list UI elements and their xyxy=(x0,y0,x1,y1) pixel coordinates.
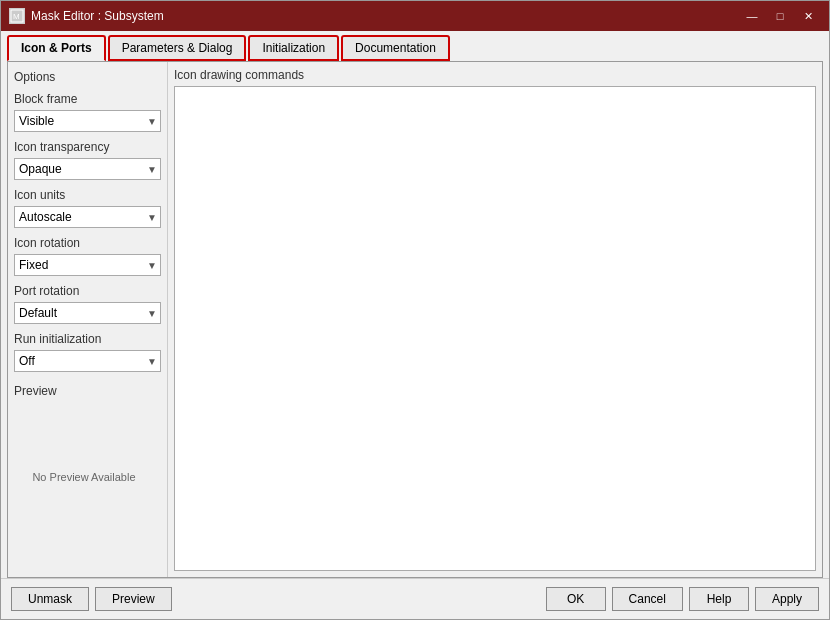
no-preview-text: No Preview Available xyxy=(32,471,135,483)
cancel-button[interactable]: Cancel xyxy=(612,587,683,611)
right-panel: Icon drawing commands xyxy=(168,62,822,577)
title-bar-left: M Mask Editor : Subsystem xyxy=(9,8,164,24)
tab-bar: Icon & Ports Parameters & Dialog Initial… xyxy=(1,31,829,61)
main-content: Options Block frame Visible Invisible ▼ … xyxy=(7,61,823,578)
preview-label: Preview xyxy=(14,384,161,398)
apply-button[interactable]: Apply xyxy=(755,587,819,611)
close-button[interactable]: ✕ xyxy=(795,6,821,26)
port-rotation-label: Port rotation xyxy=(14,284,161,298)
preview-area: No Preview Available xyxy=(14,402,154,552)
run-initialization-dropdown[interactable]: Off On xyxy=(14,350,161,372)
tab-documentation[interactable]: Documentation xyxy=(341,35,450,61)
unmask-button[interactable]: Unmask xyxy=(11,587,89,611)
ok-button[interactable]: OK xyxy=(546,587,606,611)
preview-button[interactable]: Preview xyxy=(95,587,172,611)
title-bar: M Mask Editor : Subsystem — □ ✕ xyxy=(1,1,829,31)
svg-text:M: M xyxy=(13,12,20,21)
run-initialization-container: Off On ▼ xyxy=(14,350,161,372)
port-rotation-container: Default Clockwise ▼ xyxy=(14,302,161,324)
icon-units-container: Autoscale Normalized Pixels ▼ xyxy=(14,206,161,228)
icon-transparency-dropdown[interactable]: Opaque Transparent xyxy=(14,158,161,180)
block-frame-container: Visible Invisible ▼ xyxy=(14,110,161,132)
drawing-commands-label: Icon drawing commands xyxy=(174,68,816,82)
icon-transparency-label: Icon transparency xyxy=(14,140,161,154)
block-frame-label: Block frame xyxy=(14,92,161,106)
icon-units-label: Icon units xyxy=(14,188,161,202)
icon-transparency-container: Opaque Transparent ▼ xyxy=(14,158,161,180)
bottom-left-buttons: Unmask Preview xyxy=(11,587,172,611)
options-label: Options xyxy=(14,70,161,84)
icon-units-dropdown[interactable]: Autoscale Normalized Pixels xyxy=(14,206,161,228)
title-controls: — □ ✕ xyxy=(739,6,821,26)
run-initialization-label: Run initialization xyxy=(14,332,161,346)
tab-initialization[interactable]: Initialization xyxy=(248,35,339,61)
block-frame-dropdown[interactable]: Visible Invisible xyxy=(14,110,161,132)
port-rotation-dropdown[interactable]: Default Clockwise xyxy=(14,302,161,324)
left-panel: Options Block frame Visible Invisible ▼ … xyxy=(8,62,168,577)
icon-rotation-container: Fixed Rotates ▼ xyxy=(14,254,161,276)
window: M Mask Editor : Subsystem — □ ✕ Icon & P… xyxy=(0,0,830,620)
bottom-bar: Unmask Preview OK Cancel Help Apply xyxy=(1,578,829,619)
window-title: Mask Editor : Subsystem xyxy=(31,9,164,23)
drawing-area[interactable] xyxy=(174,86,816,571)
help-button[interactable]: Help xyxy=(689,587,749,611)
icon-rotation-label: Icon rotation xyxy=(14,236,161,250)
icon-rotation-dropdown[interactable]: Fixed Rotates xyxy=(14,254,161,276)
bottom-right-buttons: OK Cancel Help Apply xyxy=(546,587,819,611)
tab-parameters-dialog[interactable]: Parameters & Dialog xyxy=(108,35,247,61)
mask-icon: M xyxy=(9,8,25,24)
tab-icon-ports[interactable]: Icon & Ports xyxy=(7,35,106,61)
maximize-button[interactable]: □ xyxy=(767,6,793,26)
preview-section: Preview No Preview Available xyxy=(14,384,161,552)
minimize-button[interactable]: — xyxy=(739,6,765,26)
